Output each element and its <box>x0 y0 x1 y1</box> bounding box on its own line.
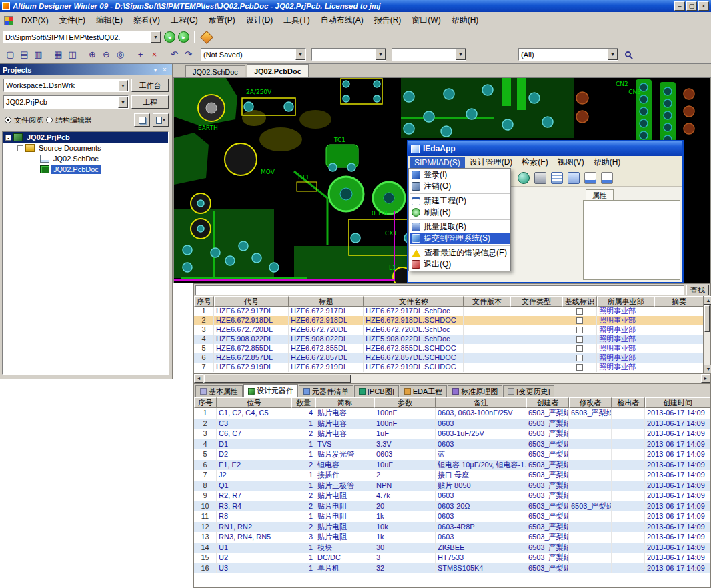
bom-table-row[interactable]: 9 R2, R7 2 贴片电阻 4.7k 0603 6503_严梨娟 2013-… <box>194 491 710 501</box>
dropdown-menu-item[interactable]: 刷新(R) <box>410 207 510 218</box>
documents-view-button[interactable] <box>134 113 150 127</box>
tree-item[interactable]: - JQ02.PrjPcb <box>3 132 168 143</box>
dropdown-icon[interactable]: ▼ <box>118 80 128 91</box>
home-icon[interactable] <box>200 31 213 44</box>
menu-item[interactable]: 工程(C) <box>165 13 203 28</box>
zoom-out-icon[interactable]: ⊖ <box>99 48 113 61</box>
dropdown-menu-item[interactable]: 查看最近的错误信息(E) <box>410 245 510 259</box>
files-table-row[interactable]: 7 HZE6.672.919DL HZE6.672.919DL HZE6.672… <box>194 363 704 372</box>
bom-column-header[interactable]: 备注 <box>436 397 526 408</box>
tree-item[interactable]: JQ02.SchDoc <box>3 153 168 164</box>
files-column-header[interactable]: 所属事业部 <box>597 296 654 307</box>
scroll-up-icon[interactable]: ▲ <box>704 296 711 305</box>
export-data-icon[interactable] <box>601 172 613 184</box>
detail-tab[interactable]: 设计元器件 <box>243 384 298 397</box>
menu-item[interactable]: 放置(P) <box>203 13 241 28</box>
bom-table-row[interactable]: 15 U2 1 DC/DC 3 HT7533 6503_严梨娟 2013-06-… <box>194 553 710 563</box>
files-column-header[interactable]: 基线标识 <box>562 296 597 307</box>
panel-close-icon[interactable]: × <box>160 66 169 73</box>
tree-expander-icon[interactable]: - <box>5 135 11 141</box>
baseline-checkbox[interactable] <box>576 364 583 371</box>
save-icon[interactable]: ▥ <box>31 48 45 61</box>
baseline-checkbox[interactable] <box>576 345 583 352</box>
dxp-icon[interactable] <box>4 16 13 25</box>
files-column-header[interactable]: 文件版本 <box>464 296 510 307</box>
files-table-row[interactable]: 5 HZE6.672.855DL HZE6.672.855DL HZE6.672… <box>194 344 704 353</box>
scope-combo[interactable]: (All) ▼ <box>518 48 618 61</box>
detail-tab[interactable]: 标准原理图 <box>448 385 502 397</box>
forward-button[interactable]: ► <box>178 31 189 43</box>
files-column-header[interactable]: 文件类型 <box>510 296 562 307</box>
files-table-row[interactable]: 4 HZE5.908.022DL HZE5.908.022DL HZE5.908… <box>194 335 704 344</box>
files-column-header[interactable]: 标题 <box>289 296 364 307</box>
search-icon[interactable] <box>625 51 631 57</box>
bom-table-row[interactable]: 7 J2 1 接插件 2 接口 母座 6503_严梨娟 2013-06-17 1… <box>194 470 710 481</box>
bom-table-row[interactable]: 5 D2 1 贴片发光管 0603 蓝 6503_严梨娟 2013-06-17 … <box>194 449 710 460</box>
bom-table-row[interactable]: 1 C1, C2, C4, C5 4 贴片电容 100nF 0603, 0603… <box>194 408 710 419</box>
bom-table-row[interactable]: 10 R3, R4 2 贴片电阻 20 0603-20Ω 6503_严梨娟 65… <box>194 501 710 512</box>
iedaapp-menu-item[interactable]: 检索(F) <box>517 155 552 169</box>
menu-item[interactable]: 设计(D) <box>241 13 279 28</box>
dropdown-icon[interactable]: ▼ <box>608 49 618 60</box>
minimize-button[interactable]: – <box>674 1 685 11</box>
scroll-left-icon[interactable]: ◄ <box>194 374 203 383</box>
iedaapp-menu-item[interactable]: 设计管理(D) <box>465 155 518 169</box>
workspace-combo[interactable]: Workspace1.DsnWrk ▼ <box>3 79 129 92</box>
bom-column-header[interactable]: 简称 <box>315 397 374 408</box>
address-combo[interactable]: D:\SipmSoft\SIPMTEMP\test\JQ02. ▼ <box>3 31 161 43</box>
detail-tab[interactable]: EDA工程 <box>400 385 448 397</box>
back-button[interactable]: ◄ <box>164 31 175 43</box>
undo-icon[interactable]: ↶ <box>167 48 181 61</box>
bom-table-row[interactable]: 14 U1 1 模块 30 ZIGBEE 6503_严梨娟 2013-06-17… <box>194 543 710 553</box>
bom-table-row[interactable]: 11 R8 1 贴片电阻 1k 0603 6503_严梨娟 2013-06-17… <box>194 511 710 522</box>
open-icon[interactable]: ▤ <box>17 48 31 61</box>
structure-editor-radio[interactable] <box>46 117 53 123</box>
dropdown-icon[interactable]: ▼ <box>151 31 161 43</box>
iedaapp-titlebar[interactable]: IEdaApp <box>408 141 682 156</box>
scroll-right-icon[interactable]: ► <box>701 374 710 383</box>
bom-column-header[interactable]: 创建时间 <box>645 397 710 408</box>
baseline-checkbox[interactable] <box>576 317 583 324</box>
filter-combo-1[interactable]: ▼ <box>311 48 386 61</box>
files-table-row[interactable]: 1 HZE6.672.917DL HZE6.672.917DL HZE6.672… <box>194 307 704 316</box>
iedaapp-menu-item[interactable]: 帮助(H) <box>589 155 626 169</box>
export-report-icon[interactable] <box>584 172 596 184</box>
menu-item[interactable]: 编辑(E) <box>91 13 128 28</box>
scrollbar-thumb[interactable] <box>204 375 351 383</box>
detail-tab[interactable]: 基本属性 <box>195 385 243 397</box>
baseline-checkbox[interactable] <box>576 327 583 333</box>
menu-item[interactable]: 自动布线(A) <box>315 13 369 28</box>
bom-table-row[interactable]: 4 D1 1 TVS 3.3V 0603 6503_严梨娟 2013-06-17… <box>194 439 710 450</box>
bom-table-row[interactable]: 13 RN3, RN4, RN5 3 贴片电阻 1k 0603 6503_严梨娟… <box>194 532 710 543</box>
files-column-header[interactable]: 文件名称 <box>364 296 464 307</box>
bom-table-row[interactable]: 2 C3 1 贴片电容 100nF 0603 6503_严梨娟 2013-06-… <box>194 419 710 429</box>
dropdown-menu-item[interactable]: 新建工程(P) <box>410 193 510 207</box>
menu-dxp[interactable]: DXP(X) <box>16 14 54 27</box>
detail-tab[interactable]: [变更历史] <box>503 385 554 397</box>
bom-column-header[interactable]: 位号 <box>217 397 291 408</box>
iedaapp-menu-item[interactable]: 视图(V) <box>553 155 589 169</box>
bom-column-header[interactable]: 检出者 <box>612 397 645 408</box>
tree-item[interactable]: - Source Documents <box>3 143 168 153</box>
file-view-radio[interactable] <box>5 117 11 123</box>
print-icon[interactable] <box>534 172 546 184</box>
menu-item[interactable]: 察看(V) <box>128 13 165 28</box>
document-tab[interactable]: JQ02.PcbDoc <box>247 64 309 77</box>
new-document-icon[interactable]: ▢ <box>3 48 17 61</box>
dropdown-menu-item[interactable]: 注销(O) <box>410 181 510 192</box>
dropdown-icon[interactable]: ▼ <box>376 49 386 60</box>
bom-column-header[interactable]: 参数 <box>374 397 436 408</box>
baseline-checkbox[interactable] <box>576 355 583 361</box>
bom-table-row[interactable]: 3 C6, C7 2 贴片电容 1uF 0603-1uF/25V 6503_严梨… <box>194 429 710 439</box>
workspace-button[interactable]: 工作台 <box>131 79 169 92</box>
bom-column-header[interactable]: 创建者 <box>526 397 569 408</box>
files-column-header[interactable]: 序号 <box>194 296 214 307</box>
project-combo[interactable]: JQ02.PrjPcb ▼ <box>3 95 129 109</box>
menu-item[interactable]: 窗口(W) <box>406 13 446 28</box>
detail-tab[interactable]: 元器件清单 <box>299 385 353 397</box>
scrollbar-thumb[interactable] <box>704 305 710 332</box>
bom-table-row[interactable]: 8 Q1 1 贴片三极管 NPN 贴片 8050 6503_严梨娟 2013-0… <box>194 481 710 491</box>
baseline-checkbox[interactable] <box>576 336 583 343</box>
bom-column-header[interactable]: 修改者 <box>569 397 612 408</box>
zoom-in-icon[interactable]: ⊕ <box>85 48 99 61</box>
